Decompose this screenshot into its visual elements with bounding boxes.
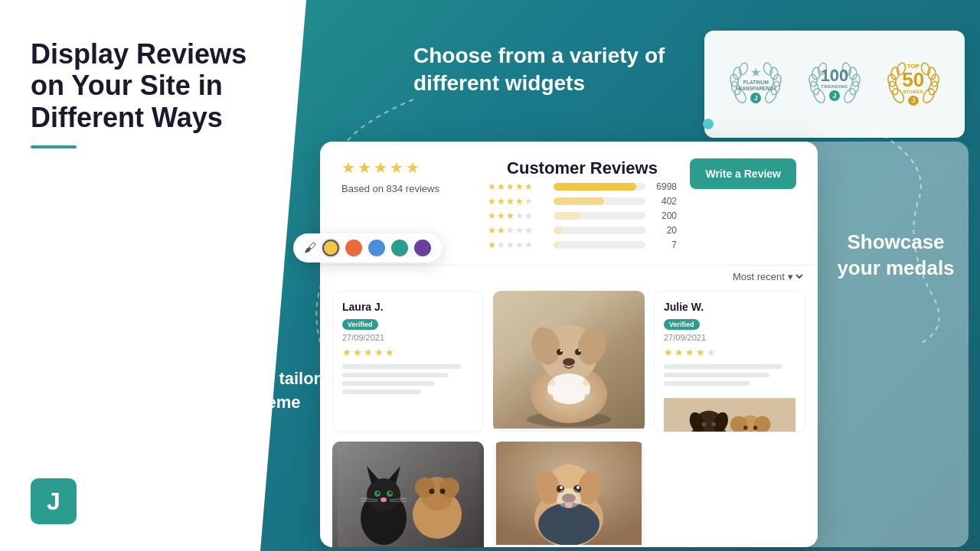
color-orange[interactable] [345,240,362,256]
star-1: ★ [341,158,355,177]
left-section: Display Reviews on Your Site in Differen… [31,38,283,148]
color-purple[interactable] [414,240,431,256]
brush-icon: 🖌 [304,241,316,255]
svg-point-73 [377,492,379,494]
badge-j-platinum: J [750,93,761,103]
review-card-julie: Julie W. Verified 27/09/2021 ★★★★★ [654,291,805,432]
svg-point-51 [702,422,706,426]
choose-text-area: Choose from a variety of different widge… [413,42,665,98]
card-title-wrapper: Customer Reviews ★★★★★ 6998 ★★★★★ 402 ★★… [475,158,689,254]
count-2: 20 [650,225,677,236]
count-3: 200 [650,210,677,221]
svg-rect-60 [338,442,479,547]
julie-image [664,393,795,432]
overall-rating-section: ★ ★ ★ ★ ★ Based on 834 reviews [341,158,475,195]
badge-top100: ✈ 100 TRENDING J [800,54,869,115]
star-2: ★ [358,158,371,177]
svg-point-55 [730,416,747,432]
text-line [342,381,434,386]
review-card-laura: Laura J. Verified 27/09/2021 ★★★★★ [332,291,484,432]
cat-image [332,442,484,547]
color-teal[interactable] [391,240,408,256]
svg-point-44 [546,394,554,402]
badge-top50: TOP 50 STORES J [879,54,948,115]
cat-svg [338,442,479,547]
brown-dog-outfit-svg [493,442,645,545]
svg-point-56 [754,416,771,432]
logo-letter: J [47,487,60,516]
badge-platinum-content: ★ PLATINUMTRANSPARENCY J [735,64,777,106]
svg-point-42 [549,380,555,386]
review-card-cat [332,442,484,547]
svg-point-85 [538,503,599,545]
svg-point-92 [557,488,581,508]
sort-row: Most recent ▾ Most helpful Highest rated… [320,266,818,285]
overall-stars: ★ ★ ★ ★ ★ [341,158,475,177]
color-blue[interactable] [368,240,385,256]
reviewer-name-laura: Laura J. [342,301,474,313]
rating-row-2: ★★★★★ 20 [488,225,677,236]
text-line [664,364,782,369]
svg-point-64 [439,478,459,497]
svg-point-45 [584,394,592,402]
card-title: Customer Reviews [507,158,658,178]
badge-top50-content: TOP 50 STORES J [892,64,934,106]
reviewer-name-julie: Julie W. [664,301,795,313]
svg-rect-46 [664,398,795,432]
text-line [342,373,448,377]
reviewer-name-david: David B. [493,429,645,432]
based-on-text: Based on 834 reviews [341,183,439,194]
brown-dog-image [493,442,645,547]
svg-point-65 [429,489,434,494]
svg-point-43 [583,380,589,386]
review-card-david: David B. Verified 27/09/2021 ★★★★★ [493,291,645,432]
review-stars-laura: ★★★★★ [342,347,474,358]
widget-card: ★ ★ ★ ★ ★ Based on 834 reviews Customer … [320,142,818,547]
svg-point-40 [563,358,575,366]
color-yellow[interactable] [322,240,339,256]
rating-bars: ★★★★★ 6998 ★★★★★ 402 ★★★★★ 200 ★★★★★ [475,181,689,254]
dog-svg [508,291,630,429]
logo-box: J [31,478,77,524]
svg-point-39 [579,350,581,352]
svg-point-63 [415,478,435,497]
main-title: Display Reviews on Your Site in Differen… [31,38,283,133]
text-line [664,373,769,377]
sort-select[interactable]: Most recent ▾ Most helpful Highest rated… [730,270,805,283]
badges-area: ★ PLATINUMTRANSPARENCY J [704,31,965,138]
blue-dot-right [703,119,714,129]
count-4: 402 [650,196,677,207]
star-5: ★ [406,158,420,177]
count-1: 7 [650,240,677,250]
svg-point-89 [577,486,580,489]
reviews-grid: Laura J. Verified 27/09/2021 ★★★★★ [320,285,818,547]
review-stars-julie: ★★★★★ [664,347,795,358]
rating-row-4: ★★★★★ 402 [488,196,677,207]
badge-j-top50: J [908,96,919,106]
customize-text: Customize and tailor it to your theme st… [153,367,322,438]
verified-badge-laura: Verified [342,319,378,330]
count-5: 6998 [650,181,677,192]
right-partial-card [800,142,969,547]
badge-j-top100: J [829,90,840,101]
write-review-wrapper: Write a Review [689,158,796,189]
choose-title-line1: Choose from a variety of [413,42,665,70]
review-date-laura: 27/09/2021 [342,333,474,342]
review-card-browndog: Andrea M. [493,442,645,547]
star-4: ★ [390,158,403,177]
svg-point-74 [389,492,391,494]
svg-point-58 [753,425,757,429]
text-line [342,390,421,394]
svg-point-75 [381,497,387,502]
svg-point-66 [439,489,445,494]
svg-point-38 [560,350,563,352]
rating-row-3: ★★★★★ 200 [488,210,677,221]
svg-point-57 [743,425,747,429]
write-review-button[interactable]: Write a Review [690,158,796,189]
small-dog-svg [664,393,795,432]
review-date-julie: 27/09/2021 [664,333,795,342]
dog-image [493,291,645,429]
badge-top100-content: 100 TRENDING J [813,64,855,106]
svg-point-52 [711,422,715,426]
rating-row-1: ★★★★★ 7 [488,240,677,250]
